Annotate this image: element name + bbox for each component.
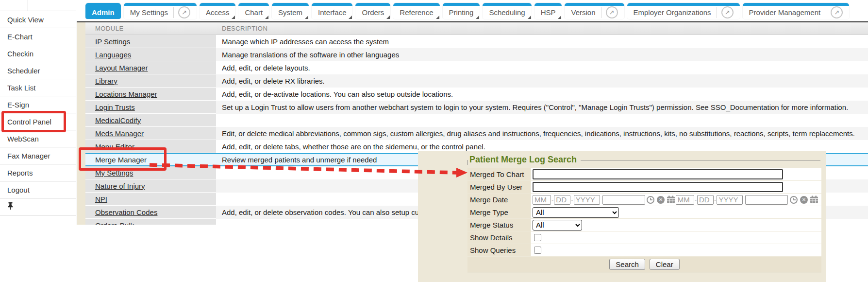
tab-employer-organizations[interactable]: Employer Organizations↗: [627, 3, 740, 19]
module-link[interactable]: Login Trusts: [95, 103, 135, 111]
sidebar-item-label: Logout: [7, 186, 30, 194]
tab-chart[interactable]: Chart: [238, 3, 269, 19]
module-cell: MedicalCodify: [85, 114, 216, 127]
end-month-input[interactable]: [676, 195, 694, 205]
module-link[interactable]: Meds Manager: [95, 129, 144, 138]
module-link[interactable]: Orders-Bulk: [95, 221, 134, 225]
clear-button[interactable]: Clear: [650, 259, 680, 270]
module-description: Set up a Login Trust to allow users from…: [216, 101, 868, 114]
tab-admin[interactable]: Admin: [85, 3, 121, 19]
submenu-corner-icon: [265, 16, 268, 19]
sidebar-item-webscan[interactable]: WebScan: [0, 130, 76, 147]
merge-status-select[interactable]: All: [533, 220, 582, 231]
sidebar-item-task-list[interactable]: Task List: [0, 79, 76, 96]
module-description: [216, 114, 868, 127]
module-description: Edit, or delete medical abbreviations, c…: [216, 127, 868, 140]
table-row: Meds ManagerEdit, or delete medical abbr…: [85, 127, 868, 140]
merge-type-select[interactable]: All: [533, 207, 619, 218]
merged-by-user-input[interactable]: [533, 182, 783, 192]
tab-provider-management[interactable]: Provider Management↗: [743, 3, 850, 19]
clock-icon[interactable]: [789, 195, 798, 204]
start-time-input[interactable]: [602, 195, 645, 205]
tab-access[interactable]: Access: [200, 3, 235, 19]
sidebar-item-scheduler[interactable]: Scheduler: [0, 62, 76, 79]
sidebar-item-label: Checkin: [7, 50, 33, 58]
tab-label: Reference: [400, 8, 433, 17]
tab-label: HSP: [541, 8, 556, 17]
date-separator: -: [551, 196, 553, 203]
sidebar-item-quick-view[interactable]: Quick View: [0, 11, 76, 28]
module-cell: Orders-Bulk: [85, 219, 216, 225]
module-link[interactable]: Library: [95, 77, 117, 85]
start-day-input[interactable]: [554, 195, 570, 205]
external-link-icon[interactable]: ↗: [721, 6, 734, 18]
tab-my-settings[interactable]: My Settings↗: [124, 3, 197, 19]
module-description: Add, edit, or delete RX libraries.: [216, 74, 868, 88]
start-year-input[interactable]: [574, 195, 600, 205]
sidebar-item-fax-manager[interactable]: Fax Manager: [0, 147, 76, 164]
form-row-show-queries: Show Queries: [467, 244, 821, 256]
clear-date-icon[interactable]: ✕: [656, 195, 666, 204]
table-row: Login TrustsSet up a Login Trust to allo…: [85, 101, 868, 114]
sidebar-item-pin[interactable]: [0, 198, 76, 215]
module-cell: NPI: [85, 193, 216, 206]
sidebar-item-reports[interactable]: Reports: [0, 164, 76, 181]
module-cell: Languages: [85, 48, 216, 61]
clock-icon[interactable]: [646, 195, 655, 204]
module-link[interactable]: NPI: [95, 195, 107, 203]
sidebar-item-e-chart[interactable]: E-Chart: [0, 28, 76, 45]
module-link[interactable]: Observation Codes: [95, 208, 157, 216]
submenu-corner-icon: [386, 16, 390, 19]
module-link[interactable]: Languages: [95, 51, 131, 59]
external-link-icon[interactable]: ↗: [831, 6, 843, 18]
form-buttons-row: Search Clear: [467, 257, 821, 272]
module-description: Add, edit, or de-activate locations. You…: [216, 88, 868, 101]
sidebar-item-logout[interactable]: Logout: [0, 181, 76, 198]
end-time-input[interactable]: [745, 195, 788, 205]
table-row: IP SettingsManage which IP addresses can…: [85, 35, 868, 48]
tab-printing[interactable]: Printing: [443, 3, 480, 19]
module-link[interactable]: MedicalCodify: [95, 116, 141, 124]
sidebar-item-label: E-Sign: [7, 101, 29, 109]
tab-orders[interactable]: Orders: [355, 3, 390, 19]
end-year-input[interactable]: [717, 195, 743, 205]
calendar-icon[interactable]: [667, 195, 676, 204]
show-details-checkbox[interactable]: [534, 234, 541, 241]
merged-to-chart-input[interactable]: [533, 169, 783, 179]
field-label: Merged To Chart: [467, 168, 530, 180]
tab-reference[interactable]: Reference: [393, 3, 439, 19]
submenu-corner-icon: [436, 16, 439, 19]
tab-system[interactable]: System: [272, 3, 309, 19]
show-queries-checkbox[interactable]: [534, 247, 541, 254]
start-month-input[interactable]: [533, 195, 551, 205]
sidebar-content-divider: [77, 21, 86, 225]
form-row-show-details: Show Details: [467, 231, 821, 244]
tab-version[interactable]: Version↗: [565, 3, 624, 19]
calendar-icon[interactable]: [809, 195, 818, 204]
sidebar-item-label: Reports: [7, 169, 33, 177]
external-link-icon[interactable]: ↗: [606, 6, 618, 18]
tab-hsp[interactable]: HSP: [534, 3, 562, 19]
module-link[interactable]: Locations Manager: [95, 90, 157, 98]
table-row: MedicalCodify: [85, 114, 868, 127]
end-day-input[interactable]: [697, 195, 714, 205]
search-button[interactable]: Search: [609, 259, 645, 270]
date-separator: -: [571, 196, 573, 203]
module-link[interactable]: Nature of Injury: [95, 182, 145, 190]
module-column-header: MODULE: [85, 25, 216, 32]
tab-scheduling[interactable]: Scheduling: [483, 3, 531, 19]
table-row: Layout ManagerAdd, edit, or delete layou…: [85, 61, 868, 74]
tab-label: Orders: [362, 8, 384, 17]
module-description: Add, edit, or delete layouts.: [216, 61, 868, 74]
module-link[interactable]: Layout Manager: [95, 64, 148, 72]
external-link-icon[interactable]: ↗: [178, 6, 190, 18]
tab-label: Printing: [449, 8, 474, 17]
submenu-corner-icon: [232, 16, 235, 19]
tab-interface[interactable]: Interface: [312, 3, 352, 19]
module-cell: IP Settings: [85, 35, 216, 48]
tab-bar: AdminMy Settings↗AccessChartSystemInterf…: [85, 3, 849, 19]
form-row-merged-to-chart: Merged To Chart: [467, 168, 821, 180]
clear-date-icon[interactable]: ✕: [799, 195, 808, 204]
module-link[interactable]: IP Settings: [95, 37, 130, 46]
sidebar-item-checkin[interactable]: Checkin: [0, 45, 76, 62]
